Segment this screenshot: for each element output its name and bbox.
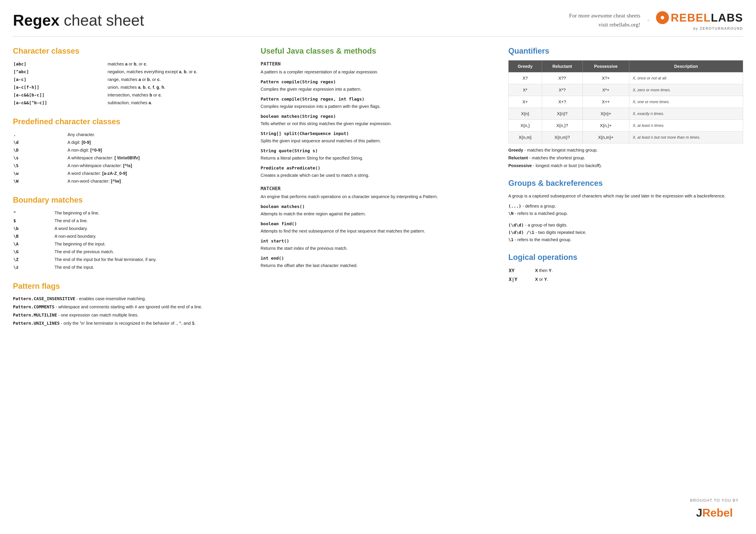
method-desc: Returns the offset after the last charac… xyxy=(260,262,495,269)
flag-desc: - whitespace and comments starting with … xyxy=(55,304,202,309)
groups-codes: (...) - defines a group.\N - refers to a… xyxy=(508,203,743,216)
boundary-row: \GThe end of the previous match. xyxy=(14,248,247,256)
method-item: boolean matches(String regex)Tells wheth… xyxy=(260,113,495,127)
group-example-code: \1 xyxy=(508,237,514,242)
right-column: Quantifiers GreedyReluctantPossessiveDes… xyxy=(508,45,743,335)
quant-note-key: Reluctant xyxy=(508,156,528,160)
logical-code: X|Y xyxy=(509,276,535,284)
quant-desc: X, once or not at all. xyxy=(629,72,743,84)
boundary-code: $ xyxy=(14,217,54,225)
logical-row: XYX then Y. xyxy=(509,267,553,275)
quant-cell: X+? xyxy=(542,96,582,108)
quant-note: Reluctant - matches the shortest group. xyxy=(508,155,743,161)
quant-header: Reluctant xyxy=(542,61,582,72)
quant-desc: X, at least n but not more than m times. xyxy=(629,132,743,143)
group-example-desc: - two digits repeated twice. xyxy=(534,230,586,235)
flag-item: Pattern.CASE_INSENSITIVE - enables case-… xyxy=(13,295,248,302)
group-example-item: (\d\d) - a group of two digits. xyxy=(508,222,743,228)
method-sig: int end() xyxy=(260,255,495,261)
left-column: Character classes [abc]matches a or b, o… xyxy=(13,45,248,335)
method-item: Pattern compile(String regex, int flags)… xyxy=(260,96,495,110)
char-class-row: [^abc]negation, matches everything excep… xyxy=(14,68,247,76)
group-code-item: (...) - defines a group. xyxy=(508,203,743,209)
logical-desc: X then Y. xyxy=(535,267,553,275)
jrebel-j: J xyxy=(696,506,702,519)
method-desc: Returns a literal pattern String for the… xyxy=(260,155,495,161)
boundary-code: \G xyxy=(14,248,54,256)
quant-cell: X{n}+ xyxy=(582,108,629,120)
method-item: int start()Returns the start index of th… xyxy=(260,238,495,251)
logical-table: XYX then Y.X|YX or Y. xyxy=(508,267,553,285)
rebel-logo: REBELLABS by ZEROTURNAROUND xyxy=(656,9,743,31)
pattern-intro: A pattern is a compiler representation o… xyxy=(260,69,495,75)
matcher-subtitle: MATCHER xyxy=(260,185,495,192)
quant-header: Greedy xyxy=(508,61,542,72)
predef-row: \DA non-digit: [^0-9] xyxy=(14,147,247,154)
quant-cell: X{n,m} xyxy=(508,132,542,143)
quant-cell: X?? xyxy=(542,72,582,84)
predef-code: \w xyxy=(14,170,67,177)
predef-row: \dA digit: [0-9] xyxy=(14,139,247,146)
predef-code: \W xyxy=(14,178,67,185)
boundary-row: \zThe end of the input. xyxy=(14,264,247,271)
boundary-code: ^ xyxy=(14,210,54,217)
boundary-desc: The end of the previous match. xyxy=(55,248,247,256)
boundary-code: \Z xyxy=(14,256,54,264)
quant-cell: X{n} xyxy=(508,108,542,120)
middle-column: Useful Java classes & methods PATTERN A … xyxy=(260,45,495,335)
predef-desc: A digit: [0-9] xyxy=(68,139,247,146)
rebel-labs-text: LABS xyxy=(711,12,743,24)
char-class-code: [a-c&&[b-c]] xyxy=(14,92,107,99)
boundary-title: Boundary matches xyxy=(13,194,248,206)
char-class-desc: negation, matches everything except a, b… xyxy=(108,68,247,76)
promo-line1: For more awesome cheat sheets xyxy=(569,11,640,20)
boundary-code: \b xyxy=(14,225,54,233)
flag-item: Pattern.MULTILINE - one expression can m… xyxy=(13,312,248,318)
quant-desc: X, one or more times. xyxy=(629,96,743,108)
pattern-methods: Pattern compile(String regex)Compiles th… xyxy=(260,79,495,179)
predefined-title: Predefined character classes xyxy=(13,116,248,127)
quant-row: X{n,m}X{n,m}?X{n,m}+X, at least n but no… xyxy=(508,132,743,143)
char-class-desc: matches a or b, or c. xyxy=(108,61,247,68)
method-sig: Pattern compile(String regex, int flags) xyxy=(260,96,495,102)
group-code-desc: - refers to a matched group. xyxy=(514,211,568,216)
method-desc: Compiles regular expression into a patte… xyxy=(260,103,495,110)
method-desc: Compiles the given regular expression in… xyxy=(260,86,495,92)
group-code: \N xyxy=(508,211,514,216)
logical-code: XY xyxy=(509,267,535,275)
jrebel-rebel: Rebel xyxy=(702,506,733,519)
flag-name: Pattern.CASE_INSENSITIVE xyxy=(13,296,75,301)
boundary-desc: The end of a line. xyxy=(55,217,247,225)
quant-note: Possessive - longest match or bust (no b… xyxy=(508,162,743,169)
quant-row: X?X??X?+X, once or not at all. xyxy=(508,72,743,84)
boundary-desc: A non-word boundary. xyxy=(55,233,247,240)
quant-row: X{n,}X{n,}?X{n,}+X, at least n times. xyxy=(508,120,743,132)
method-sig: boolean matches() xyxy=(260,203,495,210)
logical-desc: X or Y. xyxy=(535,276,553,284)
method-desc: Attempts to find the next subsequence of… xyxy=(260,228,495,234)
char-class-row: [abc]matches a or b, or c. xyxy=(14,61,247,68)
boundary-desc: A word boundary. xyxy=(55,225,247,233)
header-right: For more awesome cheat sheets visit rebe… xyxy=(569,9,743,31)
quant-cell: X?+ xyxy=(582,72,629,84)
char-class-row: [a-c[f-h]]union, matches a, b, c, f, g, … xyxy=(14,84,247,91)
method-item: boolean matches()Attempts to match the e… xyxy=(260,203,495,217)
char-class-code: [^abc] xyxy=(14,68,107,76)
boundary-table: ^The beginning of a line.$The end of a l… xyxy=(13,209,248,272)
quant-note-desc: - matches the longest matching group. xyxy=(523,148,598,152)
method-sig: Predicate asPredicate() xyxy=(260,165,495,171)
quant-cell: X{n,m}+ xyxy=(582,132,629,143)
quant-cell: X*+ xyxy=(582,84,629,96)
character-classes-section: Character classes [abc]matches a or b, o… xyxy=(13,45,248,107)
quant-cell: X{n,} xyxy=(508,120,542,132)
predef-row: \sA whitespace character: [ \t\n\x0B\f\r… xyxy=(14,155,247,162)
pattern-flags-title: Pattern flags xyxy=(13,280,248,292)
groups-section: Groups & backreferences A group is a cap… xyxy=(508,177,743,243)
rebel-icon xyxy=(656,11,669,24)
method-item: int end()Returns the offset after the la… xyxy=(260,255,495,269)
predef-row: \SA non-whitespace character: [^\s] xyxy=(14,162,247,170)
jrebel-name: JRebel xyxy=(690,504,739,521)
main-content: Character classes [abc]matches a or b, o… xyxy=(13,45,743,335)
method-sig: boolean matches(String regex) xyxy=(260,113,495,119)
method-item: String[] split(CharSequence input)Splits… xyxy=(260,130,495,144)
